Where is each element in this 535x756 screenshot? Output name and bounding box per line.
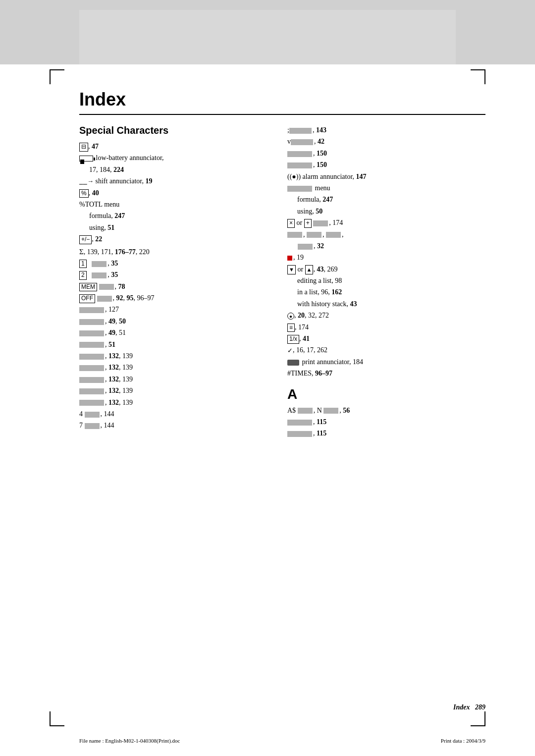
gray-150-2 xyxy=(287,162,312,168)
section-a-heading: A xyxy=(287,386,485,402)
corner-mark-tr xyxy=(471,69,485,84)
entry-gray-49-50: , 49, 50 xyxy=(79,316,268,327)
gray-m2 xyxy=(307,232,321,238)
page-number: 289 xyxy=(475,703,485,711)
entry-checkmark: ✓, 16, 17, 262 xyxy=(287,345,485,356)
entry-times: #TIMES, 96–97 xyxy=(287,368,485,379)
entry-percent: %, 40 xyxy=(79,188,268,199)
entry-circle-fill: ●, 20, 32, 272 xyxy=(287,310,485,321)
entry-menu-using: using, 50 xyxy=(287,206,485,217)
key-plus-minus: +/− xyxy=(79,235,92,244)
entry-key1: 1 , 35 xyxy=(79,258,268,269)
special-chars-heading: Special Characters xyxy=(79,125,268,136)
entry-key2: 2 , 35 xyxy=(79,270,268,280)
entry-gray-127: , 127 xyxy=(79,304,268,315)
gray-box-7 xyxy=(85,423,100,429)
entry-editing-list: editing a list, 98 xyxy=(287,275,485,286)
key-percent: % xyxy=(79,189,89,198)
gray-box-132-3 xyxy=(79,377,104,383)
key-mem: MEM xyxy=(79,283,97,292)
key-minus: ⊟ xyxy=(79,143,88,152)
gray-box-1 xyxy=(92,261,107,267)
page-title: Index xyxy=(79,89,485,110)
entry-gray-132-5: , 132, 139 xyxy=(79,397,268,408)
entry-gray-132-1: , 132, 139 xyxy=(79,351,268,362)
gray-box-4950 xyxy=(79,319,104,325)
a-dollar-key: A$ xyxy=(287,407,296,414)
gray-115-2 xyxy=(287,431,312,437)
shift-symbol: ⎯⎯→ xyxy=(79,177,94,185)
entry-v: v, 42 xyxy=(287,136,485,147)
footer: File name : English-M02-1-040308(Print).… xyxy=(79,738,485,744)
down-arrow: ▼ xyxy=(287,265,296,275)
entry-sigma: Σ, 139, 171, 176–77, 220 xyxy=(79,246,268,258)
sigma-symbol: Σ xyxy=(79,248,84,256)
entry-gray-menu: menu xyxy=(287,183,485,194)
entry-x-or-plus: × or + , 174 xyxy=(287,217,485,228)
entry-shift: ⎯⎯→ shift annunciator, 19 xyxy=(79,176,268,187)
entry-7-144: 7 , 144 xyxy=(79,420,268,431)
title-rule xyxy=(79,114,485,115)
circle-dot-icon: ● xyxy=(287,313,294,320)
entry-battery: low-battery annunciator, xyxy=(79,153,268,163)
main-content: Index Special Characters ⊟, 47 low-batte… xyxy=(79,89,485,716)
key-times: × xyxy=(287,219,295,228)
key-1: 1 xyxy=(79,260,87,269)
entry-gray-132-2: , 132, 139 xyxy=(79,362,268,373)
entry-off: OFF , 92, 95, 96–97 xyxy=(79,293,268,304)
footer-filename: File name : English-M02-1-040308(Print).… xyxy=(79,738,180,744)
entry-gray-132-4: , 132, 139 xyxy=(79,385,268,396)
entry-equiv: ≡, 174 xyxy=(287,322,485,333)
gray-a1 xyxy=(298,408,313,414)
entry-plus-minus: +/−, 22 xyxy=(79,234,268,245)
gray-box-132-2 xyxy=(79,365,104,371)
gray-box-2 xyxy=(92,272,107,278)
entry-gray-32: , 32 xyxy=(287,241,485,252)
entry-minus-box: ⊟, 47 xyxy=(79,141,268,152)
entry-history-stack: with history stack, 43 xyxy=(287,299,485,310)
key-2: 2 xyxy=(79,271,87,280)
gray-box-4 xyxy=(85,412,100,418)
index-columns: Special Characters ⊟, 47 low-battery ann… xyxy=(79,125,485,440)
entry-gray-132-3: , 132, 139 xyxy=(79,374,268,385)
red-square xyxy=(287,256,292,261)
entry-semicolon: ;, 143 xyxy=(287,125,485,136)
entry-mem: MEM , 78 xyxy=(79,281,268,292)
entry-menu-formula: formula, 247 xyxy=(287,194,485,205)
checkmark-symbol: ✓ xyxy=(287,346,293,356)
entry-gray-multi: , , , xyxy=(287,229,485,240)
footer-printdata: Print data : 2004/3/9 xyxy=(441,738,485,744)
right-column: ;, 143 v, 42 , 150 , 150 ((●)) alarm ann… xyxy=(287,125,485,440)
print-icon xyxy=(287,360,299,366)
header-inner xyxy=(79,10,456,64)
gray-150-1 xyxy=(287,151,312,157)
page-number-area: Index 289 xyxy=(453,703,485,711)
entry-a-dollar: A$ , N , 56 xyxy=(287,405,485,416)
page-label: Index xyxy=(453,703,470,711)
gray-menu xyxy=(287,186,312,192)
gray-a2 xyxy=(323,408,338,414)
entry-pctotl-formula: formula, 247 xyxy=(79,211,268,221)
entry-arrows: ▼ or ▲, 43, 269 xyxy=(287,264,485,275)
key-equiv: ≡ xyxy=(287,324,295,332)
header-gray xyxy=(0,0,535,64)
gray-115-1 xyxy=(287,420,312,426)
entry-gray-51: , 51 xyxy=(79,339,268,350)
gray-box-51 xyxy=(79,342,104,348)
gray-box-4951 xyxy=(79,330,104,336)
entry-in-list: in a list, 96, 162 xyxy=(287,287,485,298)
entry-red-square: , 19 xyxy=(287,252,485,263)
entry-battery-sub: 17, 184, 224 xyxy=(79,164,268,175)
key-plus: + xyxy=(304,219,312,228)
entry-print: print annunciator, 184 xyxy=(287,357,485,368)
gray-x-plus xyxy=(313,220,328,226)
corner-mark-bl xyxy=(50,711,64,726)
entry-gray-115-1: , 115 xyxy=(287,417,485,428)
gray-m3 xyxy=(326,232,341,238)
entry-4-144: 4 , 144 xyxy=(79,409,268,420)
gray-m1 xyxy=(287,232,302,238)
entry-pctotl-using: using, 51 xyxy=(79,222,268,233)
gray-box-off xyxy=(97,296,112,302)
key-1x: 1/x xyxy=(287,335,299,344)
gray-v xyxy=(291,139,313,145)
